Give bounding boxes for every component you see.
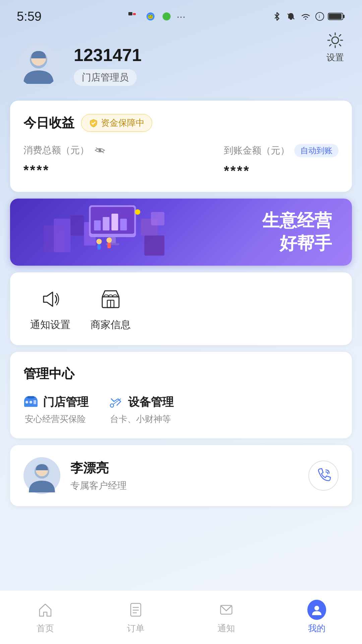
svg-rect-1 <box>133 13 136 15</box>
nav-home-label: 首页 <box>37 623 54 634</box>
svg-rect-29 <box>98 244 101 250</box>
orders-svg <box>127 601 144 618</box>
svg-rect-9 <box>343 15 345 18</box>
nav-mine[interactable]: 我的 <box>272 591 362 644</box>
manager-info: 李漂亮 专属客户经理 <box>70 460 308 492</box>
speaker-svg <box>39 287 62 311</box>
svg-rect-24 <box>112 214 118 230</box>
svg-rect-42 <box>34 400 36 404</box>
status-right: i <box>272 12 345 21</box>
store-svg <box>99 287 122 311</box>
manager-name: 李漂亮 <box>70 460 308 477</box>
consume-value: **** <box>23 163 106 178</box>
management-card: 管理中心 门店管理 安心经营买保险 <box>10 352 352 438</box>
nav-orders[interactable]: 订单 <box>90 591 181 644</box>
nav-notify[interactable]: 通知 <box>181 591 272 644</box>
svg-point-28 <box>97 239 102 244</box>
svg-rect-17 <box>54 219 71 252</box>
home-icon <box>36 600 55 619</box>
mgmt-device-header: 设备管理 <box>109 394 174 410</box>
earnings-row: 消费总额（元） **** 到账金额（元） 自动到账 **** <box>23 144 339 178</box>
mgmt-items: 门店管理 安心经营买保险 设备管理 台卡、小财神等 <box>23 394 339 425</box>
banner-line2: 好帮手 <box>262 232 332 255</box>
nav-notify-label: 通知 <box>218 623 235 634</box>
auto-badge: 自动到账 <box>294 144 339 157</box>
call-button[interactable] <box>308 461 339 491</box>
arrival-col: 到账金额（元） 自动到账 **** <box>224 144 339 178</box>
svg-rect-22 <box>94 220 101 230</box>
svg-point-4 <box>163 12 171 20</box>
arrival-label: 到账金额（元） 自动到账 <box>224 144 339 157</box>
mgmt-title: 管理中心 <box>23 365 339 382</box>
tool-notify[interactable]: 通知设置 <box>30 286 70 332</box>
bottom-nav: 首页 订单 通知 <box>0 590 362 644</box>
nav-home[interactable]: 首页 <box>0 591 90 644</box>
svg-point-11 <box>332 37 339 44</box>
mine-icon <box>307 600 326 619</box>
info-icon: i <box>315 12 324 21</box>
store-icon <box>97 286 124 313</box>
svg-rect-31 <box>108 243 111 248</box>
manager-avatar <box>23 457 60 494</box>
banner-card[interactable]: 生意经营 好帮手 <box>10 199 352 266</box>
speaker-icon <box>37 286 64 313</box>
settings-label: 设置 <box>326 52 344 63</box>
banner-line1: 生意经营 <box>262 209 332 232</box>
orders-icon <box>126 600 145 619</box>
mine-dot <box>307 600 326 620</box>
avatar-svg <box>17 44 60 87</box>
wifi-icon <box>300 12 312 21</box>
manager-avatar-svg <box>23 457 60 494</box>
phone-icon <box>315 467 332 484</box>
profile-info: 1231471 门店管理员 <box>74 45 141 86</box>
svg-point-32 <box>135 209 140 215</box>
banner-illustration <box>10 199 198 266</box>
arrival-value: **** <box>224 163 339 178</box>
notify-icon <box>217 600 236 619</box>
fund-badge: 资金保障中 <box>81 114 152 132</box>
svg-rect-10 <box>329 14 342 19</box>
svg-point-41 <box>29 401 32 404</box>
tools-card: 通知设置 商家信息 <box>10 272 352 345</box>
fund-badge-text: 资金保障中 <box>101 117 144 129</box>
earnings-title: 今日收益 <box>23 114 74 131</box>
app-icon-1: 🐸 <box>144 11 157 21</box>
mgmt-store-desc: 安心经营买保险 <box>23 413 88 425</box>
gear-icon <box>325 30 345 50</box>
status-bar: 5:59 🐸 ··· i <box>0 0 362 27</box>
svg-rect-25 <box>120 219 127 230</box>
profile-role: 门店管理员 <box>74 69 137 86</box>
avatar <box>17 44 60 87</box>
device-mgmt-icon <box>109 396 123 408</box>
banner-decoration <box>10 199 198 266</box>
nav-mine-label: 我的 <box>308 623 325 634</box>
nav-orders-label: 订单 <box>127 623 144 634</box>
tool-merchant-label: 商家信息 <box>90 318 131 332</box>
status-time: 5:59 <box>17 9 42 24</box>
battery-icon <box>328 12 345 21</box>
svg-rect-35 <box>144 235 165 256</box>
tool-merchant[interactable]: 商家信息 <box>90 286 131 332</box>
svg-text:i: i <box>319 14 320 19</box>
svg-rect-23 <box>103 217 110 230</box>
mgmt-device-desc: 台卡、小财神等 <box>109 413 174 425</box>
eye-slash-icon[interactable] <box>94 146 106 155</box>
consume-label: 消费总额（元） <box>23 144 106 157</box>
shield-icon <box>89 118 98 128</box>
profile-section: 1231471 门店管理员 <box>0 34 362 94</box>
mgmt-store[interactable]: 门店管理 安心经营买保险 <box>23 394 88 425</box>
mgmt-device-name: 设备管理 <box>128 394 174 410</box>
profile-username: 1231471 <box>74 45 141 65</box>
mgmt-store-name: 门店管理 <box>43 394 88 410</box>
earnings-header: 今日收益 资金保障中 <box>23 114 339 132</box>
mine-svg <box>311 604 323 616</box>
svg-rect-34 <box>151 212 165 225</box>
mgmt-device[interactable]: 设备管理 台卡、小财神等 <box>109 394 174 425</box>
banner-text: 生意经营 好帮手 <box>262 209 332 255</box>
svg-point-52 <box>314 606 319 610</box>
bell-mute-icon <box>286 12 296 21</box>
consume-col: 消费总额（元） **** <box>23 144 106 178</box>
bluetooth-icon <box>272 12 282 21</box>
settings-button[interactable]: 设置 <box>325 30 345 63</box>
svg-point-40 <box>25 401 28 404</box>
